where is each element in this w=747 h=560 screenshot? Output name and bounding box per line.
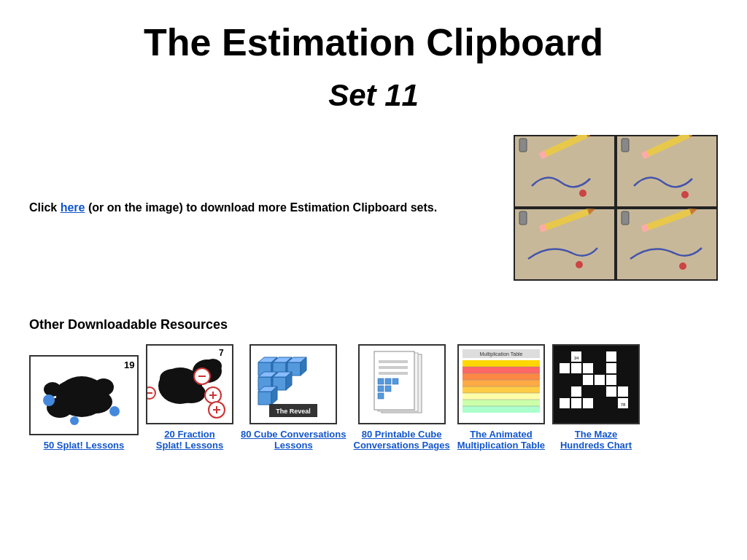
cube80-svg: The Reveal — [251, 346, 336, 423]
svg-rect-112 — [618, 351, 628, 362]
svg-rect-20 — [622, 211, 629, 225]
printable80-label[interactable]: 80 Printable CubeConversations Pages — [354, 429, 450, 451]
click-text-block: Click here (or on the image) to download… — [29, 199, 459, 217]
cube80-thumb: The Reveal — [249, 344, 337, 424]
svg-rect-122 — [595, 375, 605, 385]
svg-text:34: 34 — [574, 356, 579, 360]
splat50-thumb: 19 — [29, 355, 139, 435]
svg-text:7: 7 — [219, 348, 224, 358]
clipboard-image[interactable] — [514, 135, 718, 281]
svg-rect-126 — [571, 386, 581, 397]
svg-text:78: 78 — [621, 402, 626, 407]
svg-rect-80 — [379, 372, 408, 375]
svg-rect-133 — [583, 398, 593, 408]
maze-svg: 34 — [554, 346, 638, 423]
splat50-svg: 19 — [31, 357, 137, 434]
resources-title: Other Downloadable Resources — [29, 317, 718, 332]
svg-text:Multiplication Table: Multiplication Table — [479, 351, 522, 357]
svg-rect-94 — [462, 386, 540, 393]
fraction20-svg: 7 — [147, 346, 232, 423]
svg-point-12 — [681, 191, 689, 198]
svg-rect-95 — [462, 393, 540, 400]
click-suffix: (or on the image) to download more Estim… — [85, 201, 437, 214]
svg-rect-69 — [258, 392, 271, 405]
resource-fraction20[interactable]: 7 — [146, 344, 233, 451]
svg-rect-92 — [462, 373, 540, 380]
page-title: The Estimation Clipboard — [0, 0, 747, 63]
svg-rect-109 — [583, 351, 593, 362]
resource-cube80[interactable]: The Reveal 80 Cube ConversationsLessons — [241, 344, 347, 451]
svg-point-32 — [44, 382, 61, 397]
svg-rect-114 — [571, 363, 581, 373]
fraction20-label[interactable]: 20 FractionSplat! Lessons — [156, 429, 223, 451]
svg-rect-85 — [385, 386, 391, 392]
resource-splat50[interactable]: 19 50 Splat! Lessons — [29, 355, 139, 451]
svg-rect-132 — [571, 398, 581, 408]
svg-rect-84 — [378, 386, 384, 392]
svg-point-24 — [679, 262, 686, 270]
svg-point-6 — [579, 190, 587, 197]
svg-point-18 — [576, 261, 583, 268]
resources-section: Other Downloadable Resources 19 — [0, 317, 747, 451]
svg-rect-14 — [519, 211, 527, 225]
svg-rect-134 — [595, 398, 605, 408]
svg-rect-113 — [560, 363, 570, 373]
svg-rect-118 — [618, 363, 628, 373]
svg-point-31 — [93, 378, 114, 396]
svg-rect-131 — [560, 398, 570, 408]
middle-section: Click here (or on the image) to download… — [0, 135, 747, 281]
svg-point-40 — [177, 383, 206, 403]
resource-animated[interactable]: Multiplication Table — [457, 344, 545, 451]
svg-text:19: 19 — [124, 359, 134, 370]
svg-rect-129 — [606, 386, 616, 397]
svg-rect-91 — [462, 367, 540, 373]
printable80-svg — [360, 346, 444, 423]
resource-printable80[interactable]: 80 Printable CubeConversations Pages — [354, 344, 450, 451]
svg-rect-130 — [618, 386, 628, 397]
svg-rect-117 — [606, 363, 616, 373]
svg-rect-78 — [379, 360, 408, 363]
svg-rect-128 — [595, 386, 605, 397]
svg-rect-83 — [392, 378, 398, 384]
clipboard-svg — [514, 135, 718, 281]
maze-label[interactable]: The MazeHundreds Chart — [560, 429, 632, 451]
svg-rect-116 — [595, 363, 605, 373]
animated-label[interactable]: The AnimatedMultiplication Table — [457, 429, 545, 451]
set-subtitle: Set 11 — [0, 78, 747, 113]
svg-rect-121 — [583, 375, 593, 385]
animated-thumb: Multiplication Table — [457, 344, 545, 424]
cube80-label[interactable]: 80 Cube ConversationsLessons — [241, 429, 347, 451]
svg-rect-111 — [606, 351, 616, 362]
svg-rect-135 — [606, 398, 616, 408]
splat50-label[interactable]: 50 Splat! Lessons — [44, 440, 125, 451]
maze-thumb: 34 — [552, 344, 640, 424]
svg-point-33 — [43, 394, 55, 406]
svg-rect-96 — [462, 400, 540, 406]
svg-rect-124 — [618, 375, 628, 385]
svg-rect-120 — [571, 375, 581, 385]
svg-rect-106 — [560, 351, 570, 362]
svg-rect-127 — [583, 386, 593, 397]
svg-rect-86 — [378, 393, 384, 399]
click-prefix: Click — [29, 201, 61, 214]
svg-rect-125 — [560, 386, 570, 397]
svg-rect-79 — [379, 366, 408, 369]
resources-grid: 19 50 Splat! Lessons — [29, 344, 718, 451]
svg-point-34 — [109, 406, 120, 416]
svg-rect-123 — [606, 375, 616, 385]
svg-rect-93 — [462, 380, 540, 386]
svg-rect-115 — [583, 363, 593, 373]
svg-rect-90 — [462, 360, 540, 367]
svg-text:The Reveal: The Reveal — [276, 408, 311, 415]
svg-rect-82 — [385, 378, 391, 384]
here-link[interactable]: here — [61, 201, 85, 214]
svg-rect-119 — [560, 375, 570, 385]
svg-rect-110 — [595, 351, 605, 362]
svg-rect-81 — [378, 378, 384, 384]
printable80-thumb — [358, 344, 446, 424]
animated-svg: Multiplication Table — [459, 346, 543, 423]
svg-rect-97 — [462, 406, 540, 413]
fraction20-thumb: 7 — [146, 344, 233, 424]
resource-maze[interactable]: 34 — [552, 344, 640, 451]
svg-point-35 — [70, 416, 79, 425]
